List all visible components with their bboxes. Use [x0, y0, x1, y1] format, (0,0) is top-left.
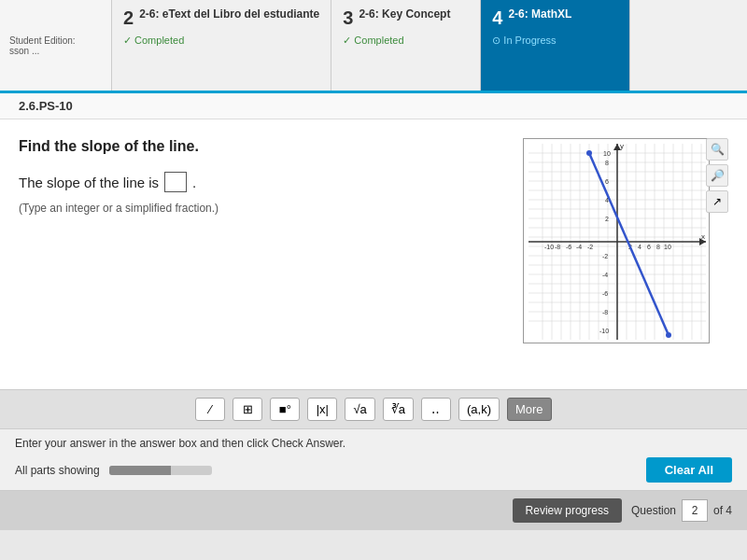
graph-area: x y -10 -8 -6 -4 -2 2 4 6 8 10 10 8 6 — [523, 138, 728, 371]
svg-text:4: 4 — [638, 244, 641, 250]
coordinate-graph: x y -10 -8 -6 -4 -2 2 4 6 8 10 10 8 6 — [524, 139, 710, 343]
tab2-number: 2 — [123, 7, 134, 29]
zoom-in-button[interactable]: 🔍 — [706, 138, 728, 161]
question-number: 2 — [682, 499, 708, 522]
top-nav: Student Edition: sson ... 2 2-6: eText d… — [0, 0, 747, 93]
slope-label: The slope of the line is — [19, 175, 159, 190]
slope-text-line: The slope of the line is . — [19, 172, 508, 192]
tab3-title: 2-6: Key Concept — [359, 7, 450, 21]
tab-etext[interactable]: 2 2-6: eText del Libro del estudiante Co… — [112, 0, 331, 91]
svg-text:8: 8 — [605, 160, 609, 166]
svg-point-64 — [586, 150, 592, 156]
answer-input[interactable] — [164, 172, 187, 192]
question-prompt: Find the slope of the line. — [19, 138, 508, 155]
svg-text:-8: -8 — [555, 244, 560, 250]
fraction-button[interactable]: ⁄ — [195, 398, 225, 421]
zoom-out-button[interactable]: 🔎 — [706, 164, 728, 187]
main-content: Find the slope of the line. The slope of… — [0, 119, 747, 390]
tab2-title: 2-6: eText del Libro del estudiante — [139, 7, 319, 21]
progress-bar — [109, 466, 212, 475]
tab3-status: Completed — [343, 35, 469, 47]
graph-icons: 🔍 🔎 ↗ — [706, 138, 728, 213]
tab-key-concept[interactable]: 3 2-6: Key Concept Completed — [331, 0, 481, 91]
question-text-area: Find the slope of the line. The slope of… — [19, 138, 508, 371]
svg-text:-10: -10 — [544, 244, 554, 250]
svg-text:-6: -6 — [566, 244, 571, 250]
svg-text:-2: -2 — [587, 244, 593, 250]
question-label: Question — [631, 504, 676, 517]
clear-all-button[interactable]: Clear All — [646, 457, 732, 483]
tab3-number: 3 — [343, 7, 353, 29]
instruction-text: Enter your answer in the answer box and … — [15, 437, 732, 450]
svg-text:-4: -4 — [576, 244, 582, 250]
parts-showing-label: All parts showing — [15, 464, 100, 477]
ellipsis-button[interactable]: ‥ — [421, 398, 451, 421]
svg-text:6: 6 — [647, 244, 651, 250]
student-edition-label: Student Edition: sson ... — [0, 0, 112, 91]
hint-text: (Type an integer or a simplified fractio… — [19, 202, 508, 215]
bottom-row: All parts showing Clear All — [15, 457, 732, 483]
review-progress-button[interactable]: Review progress — [513, 498, 622, 523]
svg-text:-10: -10 — [599, 328, 609, 334]
parts-showing: All parts showing — [15, 464, 212, 477]
footer-nav: Review progress Question 2 of 4 — [0, 491, 747, 530]
tab4-status: In Progress — [492, 35, 618, 47]
svg-text:10: 10 — [664, 244, 671, 250]
graph-container: x y -10 -8 -6 -4 -2 2 4 6 8 10 10 8 6 — [523, 138, 710, 343]
refresh-button[interactable]: ↗ — [706, 190, 728, 213]
svg-text:6: 6 — [605, 178, 609, 185]
tab-mathxl[interactable]: 4 2-6: MathXL In Progress — [481, 0, 630, 91]
svg-text:-2: -2 — [602, 253, 608, 259]
absolute-value-button[interactable]: |x| — [307, 398, 337, 421]
svg-text:-8: -8 — [602, 309, 608, 315]
mixed-number-button[interactable]: ⊞ — [233, 398, 262, 421]
math-toolbar: ⁄ ⊞ ■° |x| √a ∛a ‥ (a,k) More — [0, 390, 747, 429]
svg-text:-6: -6 — [602, 290, 608, 297]
svg-point-65 — [666, 332, 671, 338]
coordinates-button[interactable]: (a,k) — [458, 398, 500, 421]
tab2-status: Completed — [123, 35, 319, 47]
cube-root-button[interactable]: ∛a — [383, 398, 414, 421]
svg-text:y: y — [620, 142, 624, 150]
question-nav: Question 2 of 4 — [631, 499, 732, 522]
svg-text:2: 2 — [605, 216, 609, 222]
more-button[interactable]: More — [507, 398, 552, 421]
svg-text:-4: -4 — [602, 272, 608, 278]
svg-text:x: x — [701, 232, 705, 241]
svg-text:8: 8 — [656, 244, 660, 250]
bottom-bar: Enter your answer in the answer box and … — [0, 429, 747, 491]
tab4-title: 2-6: MathXL — [508, 7, 571, 21]
progress-bar-fill — [109, 466, 171, 475]
square-root-button[interactable]: √a — [345, 398, 374, 421]
question-id: 2.6.PS-10 — [0, 93, 747, 119]
lesson-label: sson ... — [9, 46, 102, 56]
tab4-number: 4 — [492, 7, 502, 29]
svg-text:10: 10 — [603, 150, 611, 157]
degree-button[interactable]: ■° — [270, 398, 300, 421]
edition-label: Student Edition: — [9, 35, 102, 46]
question-total: of 4 — [713, 504, 732, 517]
